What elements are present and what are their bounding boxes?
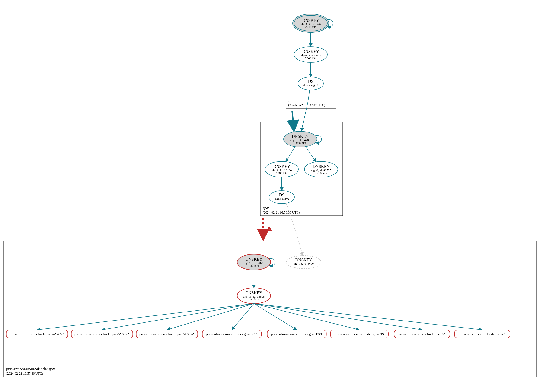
svg-text:DNSKEY: DNSKEY [273,164,290,169]
svg-text:DS: DS [279,193,284,197]
node-root-zsk: DNSKEY alg=8, id=30903 2048 bits [294,47,327,62]
zone-label-domain: preventionresourcefinder.gov [6,367,55,371]
svg-text:DNSKEY: DNSKEY [245,257,262,262]
node-gov-ksk: DNSKEY alg=8, id=64280 2048 bits [284,131,317,147]
zone-timestamp-gov: (2024-02-21 16:56:36 UTC) [263,211,300,215]
svg-text:DNSKEY: DNSKEY [302,18,319,23]
svg-text:digest alg=2: digest alg=2 [274,197,289,201]
rrset-label: preventionresourcefinder.gov/AAAA [10,332,65,336]
svg-text:512 bits: 512 bits [249,298,259,301]
svg-text:DNSKEY: DNSKEY [313,164,330,169]
node-domain-nods: DNSKEY alg=13, id=3600 [286,256,321,269]
svg-text:2048 bits: 2048 bits [305,56,316,60]
rrset-label: preventionresourcefinder.gov/AAAA [139,332,195,336]
rrset-label: preventionresourcefinder.gov/A [459,332,506,336]
node-gov-zsk1: DNSKEY alg=8, id=10104 1280 bits [265,161,298,177]
zone-timestamp-domain: (2024-02-21 16:57:46 UTC) [6,372,43,376]
edge-domain-zsk-to-rrset [254,304,359,330]
node-domain-ksk: DNSKEY alg=13, id=2371 512 bits [237,254,270,270]
svg-text:alg=13, id=3600: alg=13, id=3600 [294,262,314,265]
node-gov-ds: DS digest alg=2 [269,191,295,204]
zone-label-gov: gov [263,206,269,210]
svg-text:1280 bits: 1280 bits [315,171,327,175]
edge-root-ds-to-gov-ksk [301,90,310,131]
edge-domain-zsk-to-rrset [232,304,254,330]
svg-text:DNSKEY: DNSKEY [302,49,319,54]
edge-domain-zsk-to-rrset [37,304,254,330]
zone-label-root: . [288,98,289,103]
node-root-ds: DS digest alg=2 [298,77,323,90]
svg-text:2048 bits: 2048 bits [305,25,316,29]
node-gov-zsk2: DNSKEY alg=8, id=49735 1280 bits [305,161,338,177]
rrset-label: preventionresourcefinder.gov/A [398,332,446,336]
edge-domain-zsk-to-rrset [254,304,482,330]
edge-gov-ksk-to-zsk1 [286,146,295,162]
edge-gov-ksk-to-zsk2 [305,146,316,162]
svg-text:DS: DS [308,79,313,84]
node-domain-zsk: DNSKEY alg=13, id=34505 512 bits [237,288,270,304]
svg-text:DNSKEY: DNSKEY [295,258,312,262]
edge-domain-zsk-to-rrset [167,304,254,330]
svg-text:digest alg=2: digest alg=2 [303,83,318,87]
svg-text:512 bits: 512 bits [249,264,259,267]
edge-domain-zsk-to-rrset [102,304,254,330]
warning-icon: ! [267,226,272,231]
svg-text:1280 bits: 1280 bits [276,171,287,175]
node-root-ksk: DNSKEY alg=8, id=20326 2048 bits [293,14,329,32]
rrset-label: preventionresourcefinder.gov/AAAA [75,332,130,336]
svg-text:DNSKEY: DNSKEY [245,291,262,295]
rrset-label: preventionresourcefinder.gov/TXT [271,332,323,336]
edge-root-to-gov-thick [292,111,294,131]
svg-text:DNSKEY: DNSKEY [292,134,309,139]
edge-domain-zsk-to-rrset [254,304,422,330]
rrset-label: preventionresourcefinder.gov/SOA [206,332,258,336]
svg-text:!: ! [269,227,270,231]
rrset-label: preventionresourcefinder.gov/NS [335,332,384,336]
svg-text:2048 bits: 2048 bits [295,141,306,145]
edge-domain-zsk-to-rrset [254,304,297,330]
